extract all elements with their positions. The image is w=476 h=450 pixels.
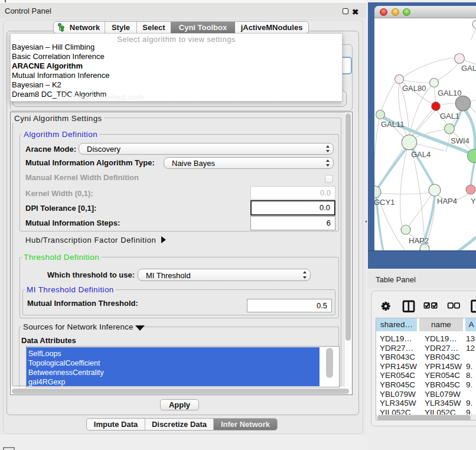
svg-text:GCY1: GCY1 (374, 198, 395, 207)
svg-text:GAL10: GAL10 (438, 89, 461, 97)
svg-text:HAP4: HAP4 (437, 197, 457, 206)
svg-text:YB: YB (471, 197, 476, 206)
svg-text:SWI4: SWI4 (451, 136, 470, 145)
svg-text:GAL1: GAL1 (440, 112, 459, 120)
svg-text:HAP2: HAP2 (409, 236, 429, 245)
svg-text:GAL11: GAL11 (381, 120, 405, 129)
svg-text:GAL2: GAL2 (461, 64, 476, 73)
svg-text:GAL80: GAL80 (402, 84, 426, 93)
svg-text:GAL4: GAL4 (411, 150, 431, 159)
